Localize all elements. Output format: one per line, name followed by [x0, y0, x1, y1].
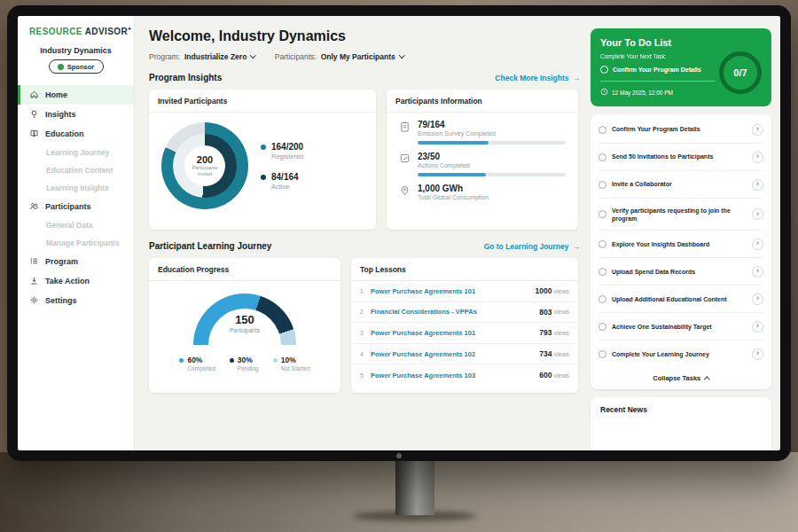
- lesson-link[interactable]: Power Purchase Agreements 102: [371, 350, 539, 358]
- next-task-label: Confirm Your Program Details: [613, 66, 701, 73]
- checkbox-circle-icon[interactable]: [598, 181, 606, 189]
- sidebar-item-manage-participants[interactable]: Manage Participants: [18, 234, 134, 252]
- invited-participants-card: Invited Participants 200 Participants In…: [149, 90, 376, 230]
- gauge-center: 150 Participants: [193, 313, 296, 333]
- program-select[interactable]: Program: Industrialize Zero: [149, 52, 255, 61]
- todo-progress-value: 0/7: [733, 67, 747, 78]
- download-arrow-icon: [29, 276, 39, 287]
- sidebar-item-education[interactable]: Education: [18, 124, 134, 144]
- lesson-rank: 3: [360, 330, 371, 336]
- lesson-rank: 5: [360, 372, 371, 379]
- task-label: Explore Your Insights Dashboard: [612, 240, 747, 248]
- logo-resource: RESOURCE: [29, 27, 82, 36]
- task-label: Verify participants requesting to join t…: [612, 207, 747, 223]
- checkbox-circle-icon[interactable]: [598, 268, 606, 276]
- sidebar-item-settings[interactable]: Settings: [18, 291, 134, 310]
- dashboard-screen: RESOURCE ADVISOR+ Industry Dynamics Spon…: [18, 16, 780, 450]
- info-row-actions: 23/50 Actions Completed: [387, 145, 578, 176]
- task-row-confirm-program[interactable]: Confirm Your Program Details ›: [598, 116, 763, 144]
- chevron-right-icon[interactable]: ›: [752, 293, 763, 305]
- next-task-row[interactable]: Confirm Your Program Details: [600, 66, 716, 82]
- sidebar-item-program[interactable]: Program: [18, 252, 134, 271]
- task-row-send-invitations[interactable]: Send 50 Invitations to Participants ›: [598, 144, 763, 171]
- task-row-complete-learning-journey[interactable]: Complete Your Learning Journey ›: [598, 340, 763, 367]
- lesson-link[interactable]: Power Purchase Agreements 101: [371, 329, 539, 337]
- section-title: Participant Learning Journey: [149, 241, 271, 251]
- lesson-link[interactable]: Power Purchase Agreements 101: [371, 287, 536, 295]
- card-title: Participants Information: [387, 90, 578, 113]
- lesson-views: 734: [539, 349, 552, 358]
- task-label: Confirm Your Program Details: [612, 125, 747, 133]
- legend-value: 84/164: [271, 172, 299, 182]
- sponsor-badge[interactable]: Sponsor: [49, 59, 104, 74]
- gauge-center-label: Participants: [193, 327, 296, 333]
- lesson-link[interactable]: Power Purchase Agreements 103: [371, 372, 539, 379]
- lesson-link[interactable]: Financial Considerations - VPPAs: [371, 308, 539, 316]
- legend-value: 10%: [281, 356, 296, 364]
- todo-panel: Your To Do List Complete Your Next Task:…: [591, 16, 780, 450]
- sponsor-icon: [58, 64, 64, 70]
- lesson-row: 1 Power Purchase Agreements 101 1000 vie…: [351, 281, 578, 302]
- link-label: Go to Learning Journey: [484, 242, 569, 251]
- lesson-views: 600: [539, 371, 552, 379]
- section-title: Program Insights: [149, 73, 222, 82]
- app-logo: RESOURCE ADVISOR+: [18, 26, 134, 36]
- sidebar-item-learning-journey[interactable]: Learning Journey: [18, 144, 134, 161]
- task-row-achieve-target[interactable]: Achieve One Sustainability Target ›: [598, 313, 763, 340]
- chevron-right-icon[interactable]: ›: [752, 179, 763, 191]
- checkbox-circle-icon[interactable]: [598, 350, 606, 358]
- sidebar-item-home[interactable]: Home: [18, 85, 134, 105]
- arrow-right-icon: →: [573, 74, 581, 82]
- book-icon: [29, 129, 39, 140]
- go-to-learning-journey-link[interactable]: Go to Learning Journey →: [484, 242, 580, 251]
- chevron-right-icon[interactable]: ›: [752, 152, 763, 163]
- sidebar-item-participants[interactable]: Participants: [18, 197, 134, 216]
- filter-bar: Program: Industrialize Zero Participants…: [149, 52, 580, 61]
- info-row-consumption: 1,000 GWh Total Global Consumption: [387, 176, 578, 200]
- gauge-legend: 60% Completed 30% Pending 10% Not Starte…: [149, 356, 340, 372]
- lesson-views: 803: [539, 308, 552, 317]
- sidebar-item-learning-insights[interactable]: Learning Insights: [18, 179, 134, 197]
- checkbox-circle-icon[interactable]: [598, 240, 606, 248]
- info-value: 23/50: [418, 152, 470, 161]
- task-row-explore-insights[interactable]: Explore Your Insights Dashboard ›: [598, 231, 763, 258]
- sidebar-item-education-content[interactable]: Education Content: [18, 161, 134, 179]
- checkbox-circle-icon[interactable]: [598, 210, 606, 218]
- checkbox-circle-icon[interactable]: [600, 66, 608, 74]
- participants-select[interactable]: Participants: Only My Participants: [275, 52, 403, 61]
- insights-cards: Invited Participants 200 Participants In…: [149, 90, 580, 230]
- task-row-invite-collaborator[interactable]: Invite a Collaborator ›: [598, 171, 763, 199]
- chevron-right-icon[interactable]: ›: [752, 348, 763, 360]
- checkbox-circle-icon[interactable]: [598, 323, 606, 331]
- legend-label: Registered: [271, 153, 303, 160]
- sidebar-item-general-data[interactable]: General Data: [18, 216, 134, 234]
- info-value: 1,000 GWh: [418, 184, 489, 193]
- chevron-right-icon[interactable]: ›: [752, 208, 763, 220]
- chevron-right-icon[interactable]: ›: [752, 266, 763, 278]
- location-pin-icon: [399, 184, 411, 200]
- legend-not-started: 10% Not Started: [273, 356, 310, 372]
- task-row-upload-spend-data[interactable]: Upload Spend Data Records ›: [598, 258, 763, 286]
- lesson-views: 1000: [536, 286, 552, 295]
- active-dot-icon: [261, 175, 266, 180]
- chevron-right-icon[interactable]: ›: [752, 239, 763, 250]
- task-row-upload-educational-content[interactable]: Upload Additional Educational Content ›: [598, 286, 763, 313]
- chevron-right-icon[interactable]: ›: [752, 321, 763, 332]
- clock-icon: [600, 88, 608, 97]
- sidebar-item-label: Education: [45, 129, 84, 138]
- task-row-verify-participants[interactable]: Verify participants requesting to join t…: [598, 199, 763, 231]
- legend-completed: 60% Completed: [179, 356, 215, 372]
- program-insights-header: Program Insights Check More Insights →: [149, 73, 580, 82]
- checklist-icon: [399, 152, 411, 168]
- collapse-tasks-button[interactable]: Collapse Tasks: [598, 367, 763, 389]
- bezel-logo-dot: [396, 453, 402, 458]
- check-more-insights-link[interactable]: Check More Insights →: [495, 74, 580, 82]
- learning-cards: Education Progress 150 Participants 60% …: [149, 258, 580, 393]
- checkbox-circle-icon[interactable]: [598, 295, 606, 303]
- sidebar-item-insights[interactable]: Insights: [18, 105, 134, 124]
- checkbox-circle-icon[interactable]: [598, 153, 606, 161]
- checkbox-circle-icon[interactable]: [598, 126, 606, 134]
- todo-summary-card: Your To Do List Complete Your Next Task:…: [591, 28, 771, 106]
- sidebar-item-take-action[interactable]: Take Action: [18, 271, 134, 291]
- chevron-right-icon[interactable]: ›: [752, 124, 763, 136]
